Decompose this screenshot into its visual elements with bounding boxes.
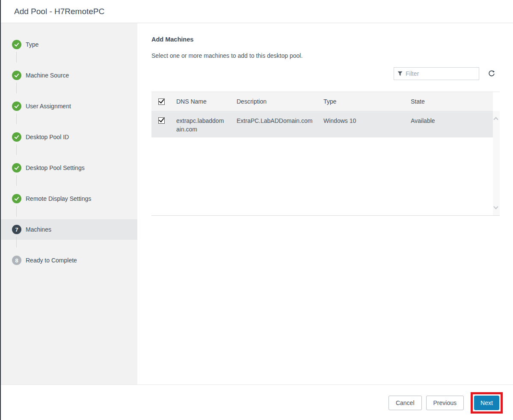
check-icon: [14, 72, 19, 77]
cell-dns-name: extrapc.labaddomain.com: [171, 111, 231, 137]
cancel-button[interactable]: Cancel: [388, 396, 422, 410]
step-done-icon: [12, 163, 21, 173]
machines-table: DNS Name Description Type State extrapc.…: [151, 92, 500, 216]
filter-input[interactable]: [406, 70, 475, 77]
step-remote-display-settings: Remote Display Settings: [1, 188, 137, 219]
step-connector: [16, 206, 17, 217]
refresh-button[interactable]: [487, 69, 496, 78]
step-done-icon: [12, 132, 21, 142]
step-connector: [16, 175, 17, 186]
step-label: User Assignment: [26, 103, 71, 110]
header-checkbox-cell: [151, 98, 171, 105]
dialog-titlebar: Add Pool - H7RemotePC: [1, 0, 513, 23]
refresh-icon: [488, 70, 495, 77]
column-header-type[interactable]: Type: [318, 98, 406, 105]
select-all-checkbox[interactable]: [158, 98, 165, 105]
next-button[interactable]: Next: [474, 396, 499, 410]
add-pool-dialog: Add Pool - H7RemotePC Type Machine Sourc…: [0, 0, 513, 420]
step-done-icon: [12, 101, 21, 111]
machines-table-header: DNS Name Description Type State: [151, 92, 493, 111]
previous-button[interactable]: Previous: [426, 396, 464, 410]
step-item-ready-to-complete[interactable]: 8 Ready to Complete: [1, 250, 137, 271]
step-connector: [16, 52, 17, 63]
scroll-up-icon[interactable]: [493, 117, 498, 122]
table-scrollbar[interactable]: [493, 111, 500, 215]
step-machines: 7 Machines: [1, 219, 137, 250]
step-desktop-pool-settings: Desktop Pool Settings: [1, 158, 137, 188]
step-label: Desktop Pool Settings: [26, 164, 85, 171]
check-icon: [14, 196, 19, 201]
step-label: Remote Display Settings: [26, 195, 91, 202]
dialog-footer: Cancel Previous Next: [1, 384, 513, 420]
column-header-state[interactable]: State: [406, 98, 493, 105]
step-done-icon: [12, 71, 21, 80]
step-done-icon: [12, 194, 21, 203]
step-item-machine-source[interactable]: Machine Source: [1, 65, 137, 86]
panel-heading: Add Machines: [151, 36, 500, 43]
machine-row-extrapc[interactable]: extrapc.labaddomain.com ExtraPC.LabADDom…: [151, 111, 493, 137]
step-content-panel: Add Machines Select one or more machines…: [137, 23, 513, 384]
scroll-down-icon[interactable]: [493, 204, 498, 209]
step-label: Ready to Complete: [26, 257, 77, 264]
check-icon: [14, 165, 19, 170]
cell-description: ExtraPC.LabADDomain.com: [231, 111, 318, 137]
column-header-description[interactable]: Description: [231, 98, 318, 105]
step-label: Machine Source: [26, 72, 69, 79]
step-done-icon: [12, 40, 21, 49]
step-item-desktop-pool-settings[interactable]: Desktop Pool Settings: [1, 158, 137, 178]
table-toolbar: [151, 67, 500, 80]
step-machine-source: Machine Source: [1, 65, 137, 96]
filter-funnel-icon: [397, 71, 403, 76]
check-icon: [14, 103, 19, 108]
step-connector: [16, 237, 17, 247]
next-button-highlight-annotation: Next: [471, 392, 503, 414]
row-checkbox-cell: [151, 111, 171, 137]
step-item-user-assignment[interactable]: User Assignment: [1, 96, 137, 116]
step-connector: [16, 83, 17, 93]
panel-description: Select one or more machines to add to th…: [151, 52, 500, 59]
cell-state: Available: [406, 111, 493, 137]
check-icon: [14, 134, 19, 139]
step-desktop-pool-id: Desktop Pool ID: [1, 127, 137, 158]
step-ready-to-complete: 8 Ready to Complete: [1, 250, 137, 281]
step-item-machines-current[interactable]: 7 Machines: [1, 219, 137, 240]
step-item-desktop-pool-id[interactable]: Desktop Pool ID: [1, 127, 137, 147]
cell-type: Windows 10: [318, 111, 406, 137]
step-user-assignment: User Assignment: [1, 96, 137, 127]
step-item-type[interactable]: Type: [1, 34, 137, 55]
row-checkbox[interactable]: [158, 117, 165, 124]
step-number-badge: 7: [12, 225, 21, 234]
step-connector: [16, 144, 17, 155]
wizard-steps-sidebar: Type Machine Source User Assignment: [1, 23, 137, 384]
filter-box: [394, 67, 479, 80]
step-type: Type: [1, 34, 137, 65]
step-connector: [16, 113, 17, 124]
check-icon: [14, 42, 19, 47]
step-label: Machines: [26, 226, 51, 233]
step-label: Desktop Pool ID: [26, 134, 69, 140]
step-item-remote-display-settings[interactable]: Remote Display Settings: [1, 188, 137, 209]
step-label: Type: [26, 41, 39, 48]
column-header-dns-name[interactable]: DNS Name: [171, 98, 231, 105]
step-number-badge: 8: [12, 256, 21, 265]
dialog-title: Add Pool - H7RemotePC: [14, 7, 104, 16]
